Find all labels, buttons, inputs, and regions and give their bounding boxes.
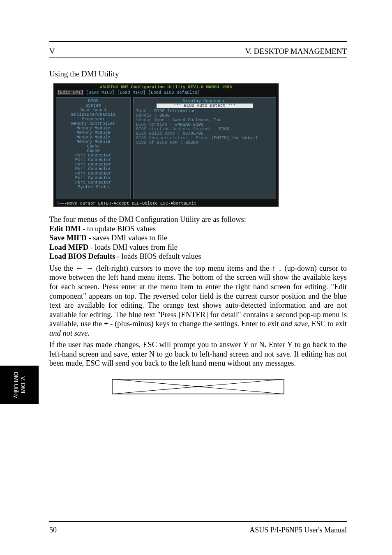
t: The four menus of the DMI Configuration …: [49, 215, 246, 223]
t: - loads DMI values from file: [90, 243, 178, 251]
cmd-defaults: Load BIOS Defaults: [49, 252, 115, 260]
cmd-save: Save MIFD: [49, 234, 87, 242]
cmd-load: Load MIFD: [49, 243, 88, 251]
t: If the user has made changes, ESC will p…: [49, 340, 347, 368]
t: - to update BIOS values: [83, 225, 156, 233]
section-title: V. DESKTOP MANAGEMENT: [245, 47, 347, 56]
section-roman: V: [49, 47, 55, 56]
ss-field-line: Size of BIOS ROM : 0128K: [136, 140, 273, 145]
t: Use the ← → (left-right) cursors to move…: [49, 264, 347, 328]
footer-manual: ASUS P/I-P6NP5 User's Manual: [249, 526, 347, 534]
t: - saves DMI values to file: [89, 234, 168, 242]
cross-box-figure: [112, 379, 284, 394]
ss-right-pane: Display Component *** BIOS Auto Detect *…: [133, 97, 276, 199]
page-number: 50: [49, 526, 57, 534]
t: ESC to exit: [311, 320, 347, 328]
ss-menu-bar: [Edit DMI] [Save MIFD] [Load MIFD] [Load…: [58, 90, 200, 95]
dmi-screenshot: ASUSTeK DMI Configuration Utility REV1.0…: [53, 83, 279, 207]
side-tab: V. DMI DMI Utility: [0, 366, 39, 404]
ss-left-item[interactable]: System Slots: [59, 185, 128, 189]
t: - loads BIOS default values: [117, 252, 201, 260]
ss-title: ASUSTeK DMI Configuration Utility REV1.0…: [53, 85, 279, 90]
ss-footer-keys: |←→-Move cursor ENTER-Accept DEL-Delete …: [57, 201, 196, 206]
ss-banner2: *** BIOS Auto Detect ***: [157, 104, 253, 108]
utility-heading: Using the DMI Utility: [49, 69, 347, 78]
page-body: The four menus of the DMI Configuration …: [49, 215, 347, 394]
ss-menu-edit[interactable]: [Edit DMI]: [58, 90, 83, 95]
cmd-edit: Edit DMI: [49, 225, 81, 233]
ss-menu-rest[interactable]: [Save MIFD] [Load MIFD] [Load BIOS Defau…: [83, 90, 200, 95]
ss-left-pane[interactable]: BIOSSystemBase BoardEnclosure/ChassisPro…: [56, 97, 131, 199]
side-tab-text: V. DMI DMI Utility: [12, 372, 26, 398]
t: and not save.: [49, 329, 90, 337]
t: and save,: [281, 320, 312, 328]
